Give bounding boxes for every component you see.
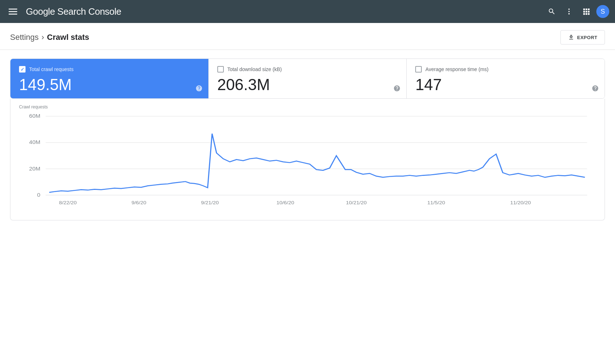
apps-icon[interactable]	[579, 4, 593, 19]
svg-rect-6	[583, 9, 585, 10]
stat-card-avg-response-time[interactable]: Average response time (ms) 147	[407, 59, 605, 98]
svg-text:8/22/20: 8/22/20	[59, 200, 77, 205]
stat-card-total-crawl-requests[interactable]: ✓ Total crawl requests 149.5M	[10, 59, 209, 98]
svg-rect-8	[588, 9, 590, 10]
svg-point-4	[568, 11, 570, 12]
menu-icon[interactable]	[6, 4, 20, 19]
help-icon[interactable]	[393, 85, 401, 93]
card-label: Average response time (ms)	[425, 66, 489, 72]
svg-point-5	[568, 13, 570, 15]
svg-text:11/20/20: 11/20/20	[510, 200, 531, 205]
svg-rect-2	[9, 14, 17, 15]
chart-wrapper: 0 20M 40M 60M 8/22/20 9/6/20 9/21/20 10/…	[19, 112, 596, 213]
main-content: ✓ Total crawl requests 149.5M Total down…	[0, 50, 615, 229]
card-value: 147	[415, 77, 596, 93]
svg-text:10/6/20: 10/6/20	[277, 200, 295, 205]
card-checkbox[interactable]: ✓	[19, 66, 26, 73]
svg-rect-7	[586, 9, 587, 10]
svg-rect-13	[586, 13, 587, 15]
export-button[interactable]: EXPORT	[560, 30, 605, 45]
svg-text:11/5/20: 11/5/20	[427, 200, 445, 205]
breadcrumb-settings[interactable]: Settings	[10, 33, 39, 42]
stat-card-total-download-size[interactable]: Total download size (kB) 206.3M	[209, 59, 407, 98]
breadcrumb-bar: Settings › Crawl stats EXPORT	[0, 23, 615, 50]
svg-text:0: 0	[37, 192, 40, 198]
svg-rect-12	[583, 13, 585, 15]
svg-text:60M: 60M	[29, 113, 40, 119]
card-label: Total download size (kB)	[227, 66, 282, 72]
more-options-icon[interactable]	[562, 4, 576, 19]
help-icon[interactable]	[592, 85, 599, 93]
logo-google-text: Google Search Console	[26, 6, 121, 17]
svg-rect-1	[9, 11, 17, 12]
chart-svg: 0 20M 40M 60M 8/22/20 9/6/20 9/21/20 10/…	[19, 112, 596, 213]
card-header: Average response time (ms)	[415, 66, 596, 73]
svg-rect-0	[9, 9, 17, 10]
card-header: Total download size (kB)	[217, 66, 398, 73]
svg-text:40M: 40M	[29, 139, 40, 145]
chart-y-axis-label: Crawl requests	[19, 104, 596, 109]
breadcrumb-current: Crawl stats	[47, 33, 89, 42]
app-logo: Google Search Console	[26, 6, 539, 17]
card-label: Total crawl requests	[29, 66, 74, 72]
svg-rect-9	[583, 11, 585, 13]
card-value: 149.5M	[19, 77, 200, 93]
card-value: 206.3M	[217, 77, 398, 93]
search-icon[interactable]	[545, 4, 559, 19]
svg-point-3	[568, 9, 570, 10]
svg-rect-10	[586, 11, 587, 13]
svg-text:20M: 20M	[29, 166, 40, 172]
app-header: Google Search Console	[0, 0, 615, 23]
breadcrumb-separator: ›	[42, 33, 44, 42]
stat-cards: ✓ Total crawl requests 149.5M Total down…	[10, 59, 605, 99]
card-checkbox[interactable]	[415, 66, 422, 73]
card-header: ✓ Total crawl requests	[19, 66, 200, 73]
avatar[interactable]: S	[596, 5, 609, 18]
svg-rect-11	[588, 11, 590, 13]
checkmark-icon: ✓	[20, 67, 24, 72]
chart-container: Crawl requests 0 20M 40M 60M 8/22/20 9/6…	[10, 99, 605, 220]
help-icon[interactable]	[195, 85, 203, 93]
svg-rect-14	[588, 13, 590, 15]
svg-text:9/6/20: 9/6/20	[131, 200, 146, 205]
svg-text:9/21/20: 9/21/20	[201, 200, 219, 205]
card-checkbox[interactable]	[217, 66, 224, 73]
header-actions: S	[545, 4, 609, 19]
svg-text:10/21/20: 10/21/20	[346, 200, 367, 205]
breadcrumb: Settings › Crawl stats	[10, 33, 89, 42]
export-label: EXPORT	[577, 35, 597, 40]
